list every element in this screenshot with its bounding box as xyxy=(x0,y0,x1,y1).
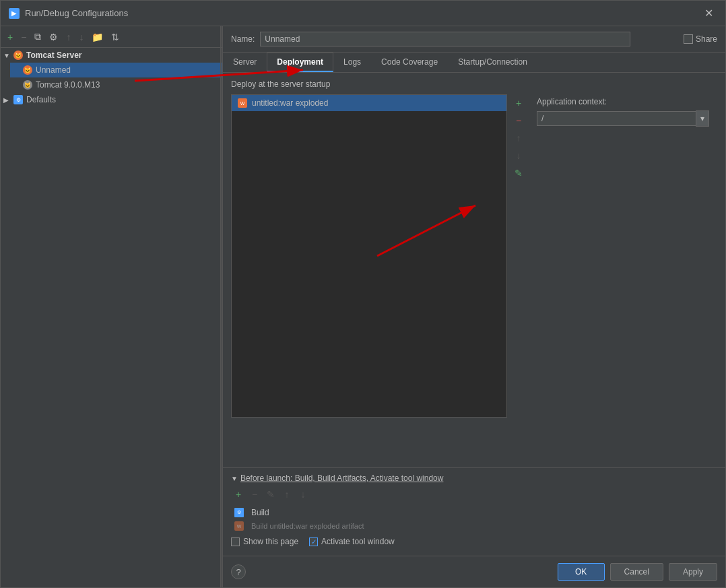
tab-server[interactable]: Server xyxy=(223,53,267,72)
build-label: Build xyxy=(251,508,269,517)
before-launch-arrow[interactable]: ▼ xyxy=(231,475,238,482)
title-bar: ▶ Run/Debug Configurations ✕ xyxy=(1,1,725,26)
app-context-area: Application context: ▾ xyxy=(529,94,717,418)
launch-move-down-button[interactable]: ↓ xyxy=(296,487,310,502)
deploy-list-wrapper: W untitled:war exploded + − ↑ ↓ ✎ xyxy=(231,94,529,418)
main-content: + − ⧉ ⚙ ↑ ↓ 📁 ⇅ ▼ 🐱 xyxy=(1,26,725,587)
unnamed-icon: 🐱 xyxy=(22,65,33,75)
unnamed-label: Unnamed xyxy=(36,65,71,75)
show-page-checkbox[interactable] xyxy=(231,537,240,546)
launch-add-button[interactable]: + xyxy=(231,487,246,502)
expand-arrow: ▼ xyxy=(3,52,13,59)
deploy-edit-button[interactable]: ✎ xyxy=(511,166,526,181)
sidebar-resize-handle[interactable] xyxy=(219,26,223,587)
war-icon: W xyxy=(237,98,248,108)
sidebar-toolbar: + − ⧉ ⚙ ↑ ↓ 📁 ⇅ xyxy=(1,26,222,48)
app-context-input[interactable] xyxy=(537,111,696,126)
deploy-remove-button[interactable]: − xyxy=(511,113,526,128)
folder-button[interactable]: 📁 xyxy=(89,30,106,44)
deploy-list: W untitled:war exploded xyxy=(231,94,507,418)
share-label: Share xyxy=(696,34,717,44)
before-launch-toolbar: + − ✎ ↑ ↓ xyxy=(231,487,717,502)
bottom-bar: ? OK Cancel Apply xyxy=(223,556,725,587)
before-launch-section: ▼ Before launch: Build, Build Artifacts,… xyxy=(223,467,725,556)
sidebar: + − ⧉ ⚙ ↑ ↓ 📁 ⇅ ▼ 🐱 xyxy=(1,26,223,587)
tomcat-icon: 🐱 xyxy=(13,50,24,61)
ok-button[interactable]: OK xyxy=(558,563,605,581)
before-launch-header: ▼ Before launch: Build, Build Artifacts,… xyxy=(231,473,717,483)
tab-deployment[interactable]: Deployment xyxy=(267,53,333,72)
tomcat-server-group[interactable]: ▼ 🐱 Tomcat Server xyxy=(1,48,222,63)
tab-startup-connection[interactable]: Startup/Connection xyxy=(448,53,537,72)
copy-config-button[interactable]: ⧉ xyxy=(32,30,44,44)
title-bar-left: ▶ Run/Debug Configurations xyxy=(9,8,128,19)
deploy-add-button[interactable]: + xyxy=(511,96,526,110)
defaults-icon: ⚙ xyxy=(13,94,24,105)
deploy-item-label: untitled:war exploded xyxy=(252,98,328,108)
defaults-arrow: ▶ xyxy=(3,96,13,104)
before-launch-title: Before launch: Build, Build Artifacts, A… xyxy=(240,473,444,483)
dialog-title: Run/Debug Configurations xyxy=(25,8,128,18)
deploy-list-buttons: + − ↑ ↓ ✎ xyxy=(508,94,529,418)
before-launch-item-artifact: W Build untitled:war exploded artifact xyxy=(231,519,717,533)
cancel-button[interactable]: Cancel xyxy=(610,563,663,581)
deploy-move-down-button[interactable]: ↓ xyxy=(511,148,526,163)
tomcat-server-label: Tomcat Server xyxy=(26,51,81,60)
build-icon: ⚙ xyxy=(234,507,244,518)
launch-move-up-button[interactable]: ↑ xyxy=(279,487,294,502)
apply-button[interactable]: Apply xyxy=(669,563,717,581)
deploy-item-untitled[interactable]: W untitled:war exploded xyxy=(232,95,506,111)
share-checkbox[interactable] xyxy=(684,34,693,44)
artifact-icon: W xyxy=(234,521,244,531)
show-page-option: Show this page xyxy=(231,537,298,546)
remove-config-button[interactable]: − xyxy=(18,30,29,44)
launch-remove-button[interactable]: − xyxy=(247,487,262,502)
tomcat-version-item[interactable]: 🐱 Tomcat 9.0.0.M13 xyxy=(10,77,222,92)
tomcat-children: 🐱 Unnamed 🐱 Tomcat 9.0.0.M13 xyxy=(10,63,222,92)
tabs-bar: Server Deployment Logs Code Coverage Sta… xyxy=(223,53,725,73)
run-debug-dialog: ▶ Run/Debug Configurations ✕ + − ⧉ ⚙ ↑ ↓… xyxy=(0,0,726,588)
deploy-label: Deploy at the server startup xyxy=(231,79,717,89)
move-down-button[interactable]: ↓ xyxy=(76,30,86,44)
sort-button[interactable]: ⇅ xyxy=(108,30,122,44)
artifact-label: Build untitled:war exploded artifact xyxy=(251,522,364,530)
deploy-move-up-button[interactable]: ↑ xyxy=(511,131,526,145)
move-up-button[interactable]: ↑ xyxy=(63,30,73,44)
activate-option: ✓ Activate tool window xyxy=(309,537,395,546)
help-button[interactable]: ? xyxy=(231,564,246,579)
options-row: Show this page ✓ Activate tool window xyxy=(231,533,717,550)
share-area: Share xyxy=(684,34,717,44)
activate-label: Activate tool window xyxy=(321,537,395,546)
tab-logs[interactable]: Logs xyxy=(333,53,371,72)
activate-checkbox[interactable]: ✓ xyxy=(309,537,318,546)
unnamed-config-item[interactable]: 🐱 Unnamed xyxy=(10,63,222,77)
app-context-label: Application context: xyxy=(537,97,709,106)
dialog-icon: ▶ xyxy=(9,8,20,19)
name-input[interactable] xyxy=(260,32,630,46)
tomcat-version-label: Tomcat 9.0.0.M13 xyxy=(36,80,100,90)
defaults-label: Defaults xyxy=(26,95,56,104)
add-config-button[interactable]: + xyxy=(5,30,15,44)
tab-code-coverage[interactable]: Code Coverage xyxy=(371,53,448,72)
app-context-input-row: ▾ xyxy=(537,110,709,127)
settings-button[interactable]: ⚙ xyxy=(46,30,61,44)
defaults-item[interactable]: ▶ ⚙ Defaults xyxy=(1,92,222,107)
name-row: Name: Share xyxy=(223,26,725,53)
before-launch-items: ⚙ Build W Build untitled:war exploded ar… xyxy=(231,506,717,533)
name-label: Name: xyxy=(231,34,255,44)
before-launch-item-build: ⚙ Build xyxy=(231,506,717,519)
version-icon: 🐱 xyxy=(22,79,33,90)
content-area: Deploy at the server startup W untitled:… xyxy=(223,73,725,467)
app-context-dropdown[interactable]: ▾ xyxy=(696,110,709,127)
close-button[interactable]: ✕ xyxy=(700,7,717,20)
right-panel: Name: Share Server Deployment xyxy=(223,26,725,587)
dialog-wrapper: ▶ Run/Debug Configurations ✕ + − ⧉ ⚙ ↑ ↓… xyxy=(0,0,726,588)
config-tree: ▼ 🐱 Tomcat Server 🐱 Unnamed xyxy=(1,48,222,107)
show-page-label: Show this page xyxy=(243,537,298,546)
launch-edit-button[interactable]: ✎ xyxy=(263,487,278,502)
deploy-section: W untitled:war exploded + − ↑ ↓ ✎ xyxy=(231,94,717,418)
